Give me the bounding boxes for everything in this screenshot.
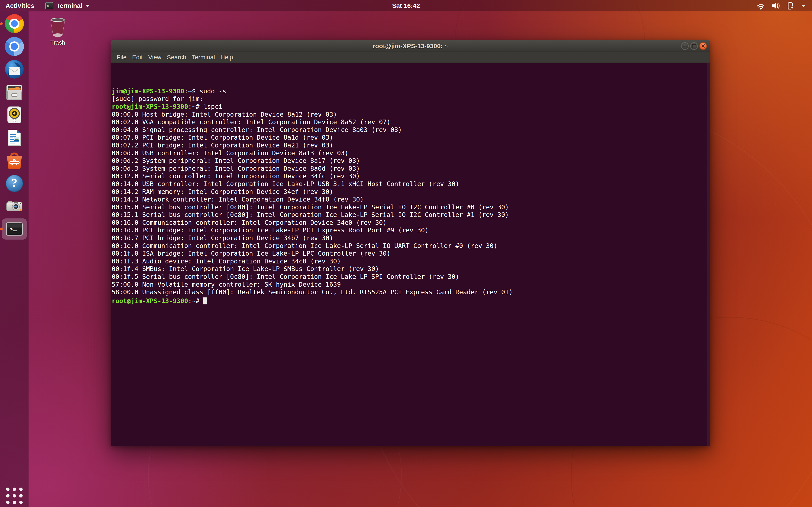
writer-document-icon: [5, 128, 24, 147]
chevron-down-icon: [86, 5, 90, 7]
window-titlebar[interactable]: root@jim-XPS-13-9300: ~ ✕: [111, 40, 710, 52]
camera-icon: [5, 197, 24, 216]
trash-icon: [48, 17, 68, 38]
question-mark-icon: ?: [5, 174, 24, 193]
terminal-line: 00:16.0 Communication controller: Intel …: [112, 219, 710, 227]
menu-item-search[interactable]: Search: [164, 54, 189, 61]
terminal-line: 00:0d.0 USB controller: Intel Corporatio…: [112, 149, 710, 157]
terminal-line: 00:1f.0 ISA bridge: Intel Corporation Ic…: [112, 250, 710, 258]
focused-app-menu[interactable]: >_ Terminal: [45, 2, 90, 9]
terminal-line: 00:00.0 Host bridge: Intel Corporation D…: [112, 111, 710, 118]
minimize-button[interactable]: [681, 42, 689, 50]
dock-item-chromium[interactable]: [2, 36, 27, 57]
trash-label: Trash: [46, 39, 69, 46]
close-icon: ✕: [700, 43, 707, 49]
close-button[interactable]: ✕: [699, 42, 707, 50]
terminal-line: 00:07.0 PCI bridge: Intel Corporation De…: [112, 134, 710, 142]
dock-item-file-manager[interactable]: [2, 81, 27, 103]
terminal-line: 58:00.0 Unassigned class [ff00]: Realtek…: [112, 288, 710, 296]
system-status-area[interactable]: [756, 1, 806, 10]
chevron-down-icon: [801, 1, 806, 10]
dock-item-thunderbird[interactable]: [2, 59, 27, 80]
terminal-line: 00:1e.0 Communication controller: Intel …: [112, 242, 710, 250]
minimize-icon: [681, 43, 688, 49]
running-indicator: [0, 228, 3, 230]
wifi-icon: [756, 1, 765, 10]
terminal-line: 00:07.2 PCI bridge: Intel Corporation De…: [112, 142, 710, 149]
dock-item-ubuntu-software[interactable]: A: [2, 150, 27, 171]
svg-text:>: >: [9, 226, 13, 232]
dock-item-rhythmbox[interactable]: [2, 104, 27, 125]
svg-text:?: ?: [11, 176, 17, 189]
menu-item-view[interactable]: View: [146, 54, 164, 61]
clock[interactable]: Sat 16:42: [392, 2, 420, 9]
terminal-output[interactable]: jim@jim-XPS-13-9300:~$ sudo -s[sudo] pas…: [111, 63, 710, 446]
dock-item-screenshot[interactable]: [2, 195, 27, 217]
menu-item-help[interactable]: Help: [218, 54, 236, 61]
terminal-line: 00:04.0 Signal processing controller: In…: [112, 126, 710, 134]
menu-item-edit[interactable]: Edit: [130, 54, 146, 61]
dock-item-help[interactable]: ?: [2, 173, 27, 194]
window-title: root@jim-XPS-13-9300: ~: [111, 43, 710, 50]
terminal-line: 00:1f.5 Serial bus controller [0c80]: In…: [112, 273, 710, 281]
terminal-line: 00:1f.3 Audio device: Intel Corporation …: [112, 258, 710, 265]
terminal-line: root@jim-XPS-13-9300:~# lspci: [112, 103, 710, 111]
terminal-app-icon: >: [5, 220, 24, 238]
terminal-line: 00:14.3 Network controller: Intel Corpor…: [112, 195, 710, 204]
activities-button[interactable]: Activities: [5, 2, 34, 9]
terminal-line: 00:1f.4 SMBus: Intel Corporation Ice Lak…: [112, 265, 710, 273]
terminal-line: 00:14.2 RAM memory: Intel Corporation De…: [112, 188, 710, 196]
terminal-line: root@jim-XPS-13-9300:~#: [112, 296, 710, 304]
terminal-menubar: FileEditViewSearchTerminalHelp: [111, 52, 710, 63]
dock-item-terminal[interactable]: >: [2, 218, 27, 239]
terminal-line: [sudo] password for jim:: [112, 95, 710, 103]
chrome-icon: [5, 14, 24, 33]
volume-icon: [771, 1, 780, 10]
terminal-line: 00:15.0 Serial bus controller [0c80]: In…: [112, 204, 710, 211]
focused-app-label: Terminal: [56, 2, 82, 9]
scrollbar[interactable]: [707, 63, 710, 446]
terminal-line: 00:0d.2 System peripheral: Intel Corpora…: [112, 157, 710, 165]
top-bar: Activities >_ Terminal Sat 16:42: [0, 0, 812, 11]
running-indicator: [0, 22, 3, 25]
app-grid-icon: [6, 488, 9, 491]
dock: A ?: [0, 11, 29, 507]
file-cabinet-icon: [5, 82, 24, 102]
dock-item-google-chrome[interactable]: [2, 13, 27, 34]
terminal-line: 00:12.0 Serial controller: Intel Corpora…: [112, 172, 710, 180]
terminal-icon: >_: [45, 2, 53, 9]
terminal-line: 00:0d.3 System peripheral: Intel Corpora…: [112, 165, 710, 173]
thunderbird-mail-icon: [5, 60, 24, 79]
show-applications-button[interactable]: [6, 488, 22, 504]
terminal-line: 00:02.0 VGA compatible controller: Intel…: [112, 118, 710, 126]
menu-item-terminal[interactable]: Terminal: [189, 54, 218, 61]
terminal-window: root@jim-XPS-13-9300: ~ ✕ FileEditViewSe…: [111, 40, 710, 446]
menu-item-file[interactable]: File: [114, 54, 130, 61]
terminal-line: 00:1d.7 PCI bridge: Intel Corporation De…: [112, 234, 710, 242]
terminal-line: jim@jim-XPS-13-9300:~$ sudo -s: [112, 88, 710, 95]
battery-charging-icon: [786, 1, 795, 10]
terminal-line: 57:00.0 Non-Volatile memory controller: …: [112, 281, 710, 289]
dock-item-libreoffice-writer[interactable]: [2, 127, 27, 148]
trash-desktop-icon[interactable]: Trash: [46, 17, 69, 46]
terminal-line: 00:15.1 Serial bus controller [0c80]: In…: [112, 211, 710, 219]
terminal-line: 00:14.0 USB controller: Intel Corporatio…: [112, 180, 710, 188]
terminal-line: 00:1d.0 PCI bridge: Intel Corporation Ic…: [112, 226, 710, 234]
maximize-button[interactable]: [690, 42, 698, 50]
software-bag-icon: A: [5, 151, 24, 170]
speaker-icon: [5, 105, 24, 124]
terminal-cursor: [203, 297, 207, 304]
maximize-icon: [691, 43, 697, 49]
chromium-icon: [5, 37, 24, 56]
